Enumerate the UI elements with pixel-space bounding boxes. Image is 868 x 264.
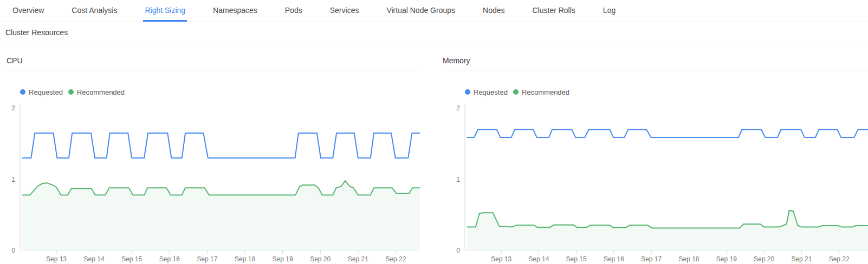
x-tick-label: Sep 21 xyxy=(791,255,812,263)
tab-log[interactable]: Log xyxy=(601,0,617,22)
x-tick-label: Sep 15 xyxy=(566,255,587,263)
x-tick-label: Sep 19 xyxy=(716,255,737,263)
memory-chart-title: Memory xyxy=(442,53,868,70)
legend-label-recommended: Recommended xyxy=(522,88,569,96)
legend-label-recommended: Recommended xyxy=(77,88,125,96)
y-tick-label: 1 xyxy=(456,176,460,183)
cpu-requested-line xyxy=(22,133,420,158)
x-tick-label: Sep 21 xyxy=(348,255,368,263)
y-tick-label: 2 xyxy=(456,104,460,112)
legend-item-recommended[interactable]: Recommended xyxy=(68,88,125,96)
cpu-chart-title: CPU xyxy=(5,53,420,70)
cpu-line-chart[interactable]: 012Sep 13Sep 14Sep 15Sep 16Sep 17Sep 18S… xyxy=(5,103,420,264)
tab-cluster-rolls[interactable]: Cluster Rolls xyxy=(530,0,576,22)
tab-overview[interactable]: Overview xyxy=(11,0,46,22)
tab-nodes[interactable]: Nodes xyxy=(481,0,506,22)
x-tick-label: Sep 17 xyxy=(641,255,662,263)
y-tick-label: 0 xyxy=(11,247,15,254)
tab-namespaces[interactable]: Namespaces xyxy=(211,0,259,22)
x-tick-label: Sep 13 xyxy=(46,255,67,263)
x-tick-label: Sep 14 xyxy=(84,255,105,263)
x-tick-label: Sep 15 xyxy=(121,255,142,263)
y-tick-label: 1 xyxy=(11,176,15,183)
memory-recommended-line xyxy=(468,210,868,228)
tab-services[interactable]: Services xyxy=(328,0,361,22)
x-tick-label: Sep 14 xyxy=(528,255,549,263)
cpu-chart-panel: CPU Requested Recommended 012Sep 13Sep 1… xyxy=(5,53,420,264)
x-tick-label: Sep 16 xyxy=(604,255,624,263)
y-tick-label: 0 xyxy=(456,247,460,254)
requested-dot-icon xyxy=(465,89,470,95)
cluster-resources-charts: CPU Requested Recommended 012Sep 13Sep 1… xyxy=(0,53,868,264)
memory-chart-panel: Memory Requested Recommended 012Sep 13Se… xyxy=(442,53,868,264)
cpu-recommended-area xyxy=(22,181,420,250)
legend-item-requested[interactable]: Requested xyxy=(20,88,63,96)
legend-item-requested[interactable]: Requested xyxy=(465,88,508,96)
requested-dot-icon xyxy=(20,89,25,95)
x-tick-label: Sep 22 xyxy=(385,255,406,263)
memory-chart-legend: Requested Recommended xyxy=(465,88,868,96)
recommended-dot-icon xyxy=(68,89,74,95)
tab-cost-analysis[interactable]: Cost Analysis xyxy=(70,0,119,22)
tab-virtual-node-groups[interactable]: Virtual Node Groups xyxy=(385,0,457,22)
section-header: Cluster Resources xyxy=(0,22,868,43)
tab-pods[interactable]: Pods xyxy=(283,0,304,22)
memory-requested-line xyxy=(468,130,868,137)
x-tick-label: Sep 19 xyxy=(273,255,293,263)
legend-label-requested: Requested xyxy=(474,88,508,96)
x-tick-label: Sep 13 xyxy=(491,255,511,263)
legend-label-requested: Requested xyxy=(29,88,63,96)
y-tick-label: 2 xyxy=(11,104,15,112)
x-tick-label: Sep 17 xyxy=(197,255,217,263)
legend-item-recommended[interactable]: Recommended xyxy=(513,88,569,96)
x-tick-label: Sep 16 xyxy=(159,255,180,263)
memory-recommended-area xyxy=(468,210,868,250)
section-title: Cluster Resources xyxy=(5,28,68,37)
x-tick-label: Sep 18 xyxy=(678,255,699,263)
recommended-dot-icon xyxy=(513,89,519,95)
tab-bar: OverviewCost AnalysisRight SizingNamespa… xyxy=(0,0,868,22)
cpu-chart-legend: Requested Recommended xyxy=(20,88,420,96)
memory-line-chart[interactable]: 012Sep 13Sep 14Sep 15Sep 16Sep 17Sep 18S… xyxy=(442,103,868,264)
x-tick-label: Sep 20 xyxy=(310,255,331,263)
x-tick-label: Sep 20 xyxy=(754,255,774,263)
tab-right-sizing[interactable]: Right Sizing xyxy=(143,0,187,22)
x-tick-label: Sep 18 xyxy=(235,255,255,263)
x-tick-label: Sep 22 xyxy=(829,255,850,263)
